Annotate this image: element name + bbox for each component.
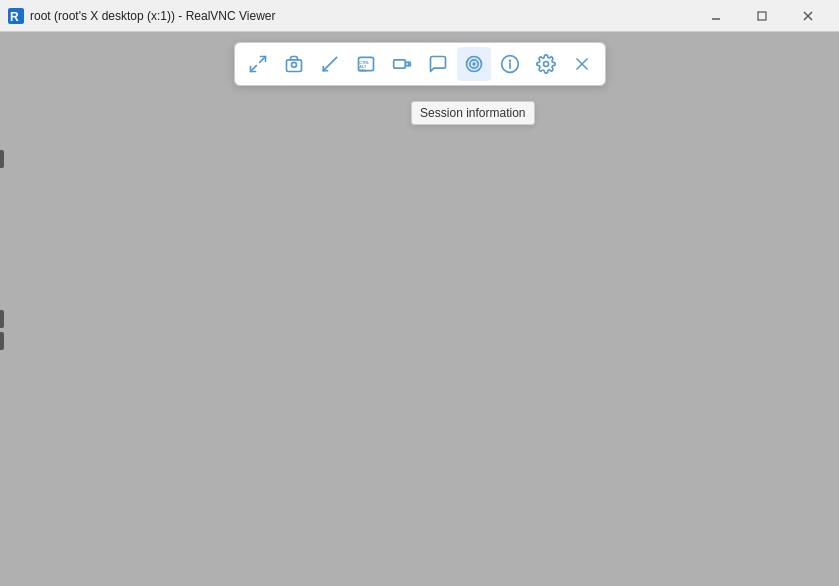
- ctrl-alt-del-icon: CTRL ALT DEL: [356, 54, 376, 74]
- close-window-button[interactable]: [785, 0, 831, 32]
- edge-indicator-1: [0, 150, 4, 168]
- disconnect-button[interactable]: [385, 47, 419, 81]
- chat-button[interactable]: [421, 47, 455, 81]
- svg-text:DEL: DEL: [359, 69, 367, 73]
- edge-indicator-3: [0, 332, 4, 350]
- svg-text:R: R: [10, 10, 19, 24]
- disconnect-icon: [392, 54, 412, 74]
- snapshot-button[interactable]: [277, 47, 311, 81]
- svg-point-9: [291, 62, 296, 67]
- info-button[interactable]: [493, 47, 527, 81]
- info-button-container: Session information: [493, 47, 527, 81]
- snapshot-icon: [284, 54, 304, 74]
- realvnc-icon: R: [8, 8, 24, 24]
- svg-line-10: [323, 57, 336, 70]
- svg-rect-17: [393, 60, 405, 68]
- edge-indicator-2: [0, 310, 4, 328]
- title-bar: R root (root's X desktop (x:1)) - RealVN…: [0, 0, 839, 32]
- stream-icon: [464, 54, 484, 74]
- ctrl-alt-del-button[interactable]: CTRL ALT DEL: [349, 47, 383, 81]
- minimize-button[interactable]: [693, 0, 739, 32]
- session-information-tooltip: Session information: [411, 101, 534, 125]
- chat-icon: [428, 54, 448, 74]
- maximize-button[interactable]: [739, 0, 785, 32]
- info-icon: [500, 54, 520, 74]
- fullscreen-icon: [248, 54, 268, 74]
- toolbar: CTRL ALT DEL: [234, 42, 606, 86]
- svg-point-25: [543, 62, 548, 67]
- svg-rect-3: [758, 12, 766, 20]
- tooltip-text: Session information: [420, 106, 525, 120]
- stream-button[interactable]: [457, 47, 491, 81]
- window-controls: [693, 0, 831, 32]
- svg-line-7: [250, 66, 256, 72]
- pen-button[interactable]: [313, 47, 347, 81]
- close-icon: [572, 54, 592, 74]
- remote-desktop-area[interactable]: CTRL ALT DEL: [0, 32, 839, 586]
- window-title: root (root's X desktop (x:1)) - RealVNC …: [30, 9, 687, 23]
- pen-icon: [320, 54, 340, 74]
- svg-line-6: [259, 57, 265, 63]
- svg-point-21: [473, 63, 475, 65]
- settings-icon: [536, 54, 556, 74]
- settings-button[interactable]: [529, 47, 563, 81]
- toolbar-close-button[interactable]: [565, 47, 599, 81]
- fullscreen-button[interactable]: [241, 47, 275, 81]
